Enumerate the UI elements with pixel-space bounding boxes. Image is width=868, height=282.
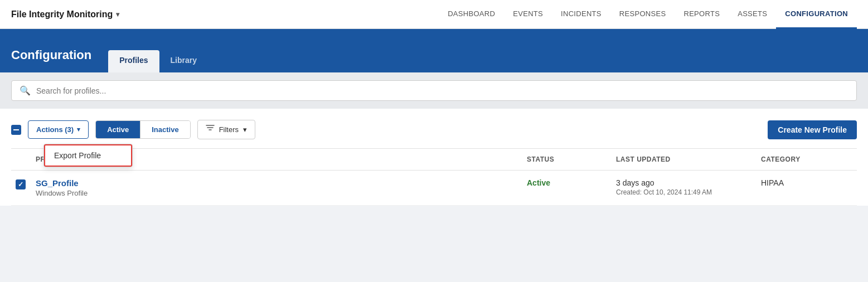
tab-bar: Profiles Library: [108, 50, 208, 72]
nav-configuration[interactable]: CONFIGURATION: [776, 0, 857, 29]
nav-links: DASHBOARD EVENTS INCIDENTS RESPONSES REP…: [439, 0, 857, 29]
filters-chevron-icon: ▾: [243, 125, 247, 134]
filters-button[interactable]: Filters ▾: [197, 120, 255, 139]
th-status: STATUS: [522, 153, 612, 166]
search-input[interactable]: [36, 86, 848, 95]
row-last-updated: 3 days ago Created: Oct 10, 2024 11:49 A…: [612, 177, 757, 197]
export-profile-item[interactable]: Export Profile: [44, 144, 132, 167]
row-category: HIPAA: [757, 177, 857, 188]
nav-dashboard[interactable]: DASHBOARD: [439, 0, 504, 29]
profile-sub: Windows Profile: [36, 189, 518, 197]
row-checkbox[interactable]: ✓: [11, 177, 31, 191]
last-updated-main: 3 days ago: [616, 178, 752, 187]
nav-reports[interactable]: REPORTS: [675, 0, 729, 29]
nav-responses[interactable]: RESPONSES: [610, 0, 675, 29]
checkmark-icon: ✓: [18, 181, 23, 188]
app-title-text: File Integrity Monitoring: [11, 9, 113, 20]
table-header: PROFILE STATUS LAST UPDATED CATEGORY: [11, 148, 857, 171]
filter-icon: [206, 125, 215, 134]
nav-assets[interactable]: ASSETS: [729, 0, 776, 29]
config-header-title: Configuration: [11, 48, 91, 72]
th-checkbox: [11, 153, 31, 166]
search-wrapper: 🔍: [0, 72, 868, 109]
table-row: ✓ SG_Profile Windows Profile Active 3 da…: [11, 171, 857, 206]
actions-dropdown-menu: Export Profile: [43, 144, 133, 167]
select-all-checkbox[interactable]: [11, 125, 21, 135]
toolbar: Actions (3) ▾ Export Profile Active Inac…: [11, 120, 857, 148]
actions-dropdown-wrapper: Actions (3) ▾ Export Profile: [28, 120, 89, 139]
th-last-updated: LAST UPDATED: [612, 153, 757, 166]
create-new-profile-button[interactable]: Create New Profile: [768, 120, 857, 139]
actions-label: Actions (3): [36, 125, 74, 134]
nav-events[interactable]: EVENTS: [504, 0, 552, 29]
actions-chevron-icon: ▾: [77, 126, 80, 133]
top-nav: File Integrity Monitoring ▾ DASHBOARD EV…: [0, 0, 868, 29]
search-bar: 🔍: [11, 80, 857, 101]
status-toggle-group: Active Inactive: [95, 120, 190, 139]
status-badge: Active: [527, 178, 550, 187]
nav-incidents[interactable]: INCIDENTS: [552, 0, 610, 29]
th-category: CATEGORY: [757, 153, 857, 166]
tab-profiles[interactable]: Profiles: [108, 50, 159, 72]
actions-button[interactable]: Actions (3) ▾: [28, 120, 89, 139]
inactive-filter-button[interactable]: Inactive: [140, 121, 190, 138]
tab-library[interactable]: Library: [159, 50, 208, 72]
filters-label: Filters: [219, 125, 239, 134]
main-content: Actions (3) ▾ Export Profile Active Inac…: [0, 109, 868, 206]
app-title: File Integrity Monitoring ▾: [11, 9, 119, 20]
row-profile: SG_Profile Windows Profile: [31, 177, 522, 198]
minus-icon: [13, 129, 19, 130]
app-title-chevron-icon[interactable]: ▾: [116, 11, 119, 18]
search-icon: 🔍: [20, 85, 31, 96]
config-header: Configuration Profiles Library: [0, 29, 868, 72]
last-updated-sub: Created: Oct 10, 2024 11:49 AM: [616, 188, 752, 196]
active-filter-button[interactable]: Active: [96, 121, 140, 138]
row-status: Active: [522, 177, 612, 188]
profile-name[interactable]: SG_Profile: [36, 178, 518, 188]
